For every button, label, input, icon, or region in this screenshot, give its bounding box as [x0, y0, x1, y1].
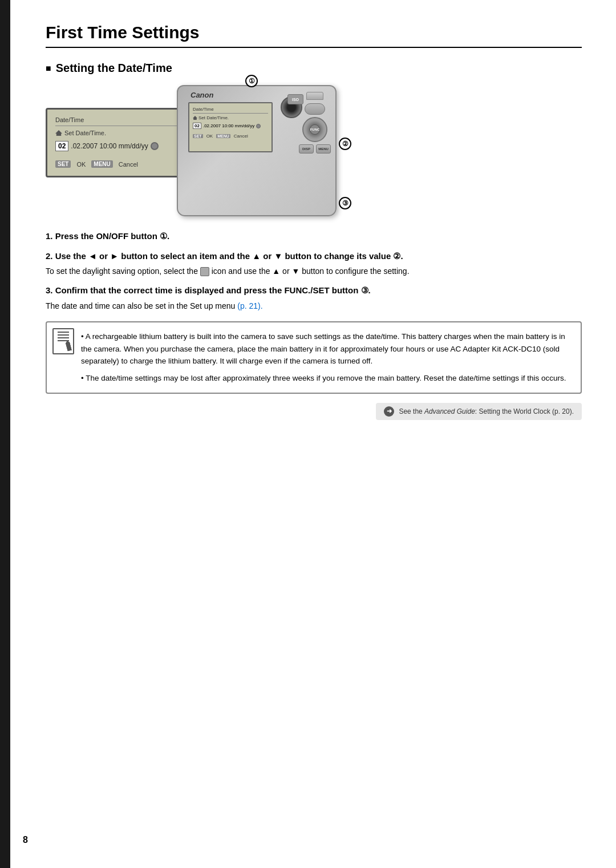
canon-logo: Canon — [191, 91, 213, 99]
menu-button: MENU — [316, 144, 331, 154]
step-3: 3. Confirm that the correct time is disp… — [46, 284, 582, 312]
lcd-date-text: .02.2007 10:00 mm/dd/yy — [71, 142, 148, 150]
see-also-italic: Advanced Guide — [424, 407, 475, 415]
note-box: • A rechargeable lithium battery is buil… — [46, 321, 582, 393]
lcd-title-bar: Date/Time — [55, 116, 184, 126]
section-heading: Setting the Date/Time — [46, 62, 582, 75]
camera-wrapper: ① ② ③ Canon Date/Time Set Date/Time. 02 — [177, 85, 337, 216]
cam-lcd-menu-btn: MENU — [216, 134, 230, 138]
badge-1: ① — [245, 75, 258, 87]
note-line-2 — [58, 334, 69, 336]
camera-internal-lcd: Date/Time Set Date/Time. 02 .02.2007 10:… — [188, 102, 273, 152]
camera-body: ① ② ③ Canon Date/Time Set Date/Time. 02 — [177, 85, 337, 216]
lcd-bottom-bar: SET OK MENU Cancel — [55, 160, 184, 168]
lcd-ok-label: OK — [76, 161, 86, 168]
step-1-text: 1. Press the ON/OFF button ①. — [46, 231, 169, 241]
func-set-button: FUNC — [310, 124, 320, 135]
note-bullet-1: • A rechargeable lithium battery is buil… — [81, 330, 572, 368]
note-bullet-2: • The date/time settings may be lost aft… — [81, 372, 572, 385]
lcd-cancel-label: Cancel — [119, 161, 138, 168]
note-pencil-icon — [65, 341, 72, 352]
lcd-date-box: 02 — [55, 141, 68, 151]
cam-sun-icon — [256, 124, 261, 128]
shutter-button — [306, 92, 323, 100]
note-line-1 — [58, 332, 69, 333]
cam-lcd-datebox: 02 — [193, 123, 201, 129]
nav-ring: FUNC — [302, 117, 327, 142]
note-line-3 — [58, 337, 69, 338]
cam-lcd-sub: Set Date/Time. — [193, 115, 268, 120]
step-2: 2. Use the ◄ or ► button to select an it… — [46, 250, 582, 278]
lcd-date-row: 02 .02.2007 10:00 mm/dd/yy — [55, 141, 184, 151]
lcd-sun-icon — [151, 142, 159, 150]
cam-lcd-set-btn: SET — [193, 134, 203, 138]
cam-lcd-cancel-label: Cancel — [234, 134, 248, 139]
badge-3: ③ — [339, 197, 351, 209]
illustration-container: Date/Time Set Date/Time. 02 .02.2007 10:… — [46, 85, 582, 216]
step-2-subtext: To set the daylight saving option, selec… — [46, 265, 582, 277]
lcd-screen: Date/Time Set Date/Time. 02 .02.2007 10:… — [46, 108, 194, 177]
note-icon — [52, 328, 74, 354]
camera-controls: FUNC DISP MENU — [299, 92, 331, 154]
see-also-text: See the Advanced Guide: Setting the Worl… — [399, 407, 574, 415]
step-2-text: 2. Use the ◄ or ► button to select an it… — [46, 251, 403, 261]
cam-home-icon — [193, 116, 197, 120]
daylight-icon — [200, 267, 209, 276]
cam-lcd-date: 02 .02.2007 10:00 mm/dd/yy — [193, 123, 268, 129]
cam-lcd-ok-label: OK — [206, 134, 213, 139]
step-3-subtext: The date and time can also be set in the… — [46, 300, 582, 312]
badge-2: ② — [339, 138, 351, 150]
see-also-arrow-icon: ➜ — [384, 406, 394, 417]
step-3-link: (p. 21). — [237, 301, 262, 310]
note-icon-lines — [58, 332, 69, 341]
page-number: 8 — [23, 835, 28, 845]
lcd-menu-btn: MENU — [91, 160, 112, 168]
see-also-box: ➜ See the Advanced Guide: Setting the Wo… — [376, 403, 582, 420]
disp-menu-buttons: DISP MENU — [299, 144, 331, 154]
page: First Time Settings Setting the Date/Tim… — [0, 0, 616, 868]
zoom-wheel — [305, 103, 325, 115]
cam-lcd-title: Date/Time — [193, 107, 268, 114]
lcd-set-btn: SET — [55, 160, 71, 168]
home-icon — [55, 130, 62, 136]
chapter-title: First Time Settings — [46, 23, 582, 48]
disp-button: DISP — [299, 144, 314, 154]
steps-section: 1. Press the ON/OFF button ①. 2. Use the… — [46, 230, 582, 312]
cam-lcd-bottom: SET OK MENU Cancel — [193, 134, 268, 139]
step-3-text: 3. Confirm that the correct time is disp… — [46, 285, 371, 295]
step-1: 1. Press the ON/OFF button ①. — [46, 230, 582, 243]
lcd-subtitle: Set Date/Time. — [55, 130, 184, 136]
